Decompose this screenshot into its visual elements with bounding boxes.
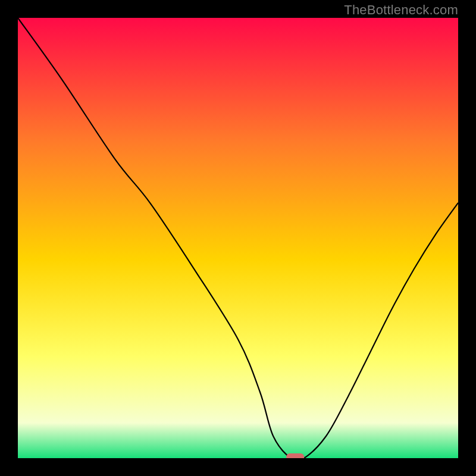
gradient-background (18, 18, 458, 458)
plot-area (18, 18, 458, 458)
optimum-marker (286, 453, 304, 458)
chart-svg (18, 18, 458, 458)
chart-frame: TheBottleneck.com (0, 0, 476, 476)
watermark-text: TheBottleneck.com (344, 2, 458, 18)
